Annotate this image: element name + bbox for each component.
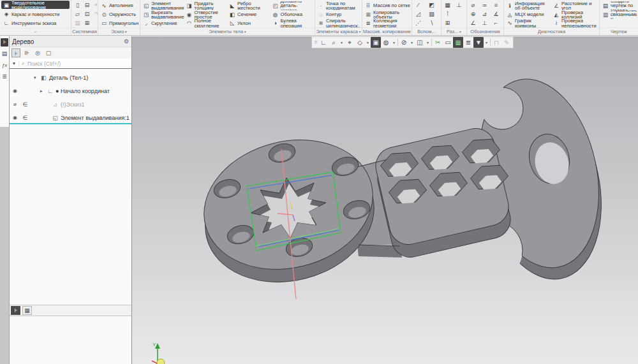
area-select-button[interactable]: ▢ (44, 48, 53, 57)
ribbon-button-curvature-graph[interactable]: ∿График кривизны (506, 19, 551, 28)
ribbon-button-print[interactable]: ⊟ (83, 1, 91, 10)
ribbon-button-save-as[interactable]: ⊞ (83, 19, 91, 27)
eye-icon[interactable]: ◉ (10, 115, 20, 120)
ribbon-button-aux-1[interactable]: ∕ (414, 1, 422, 10)
selection-filter-icon[interactable]: ▦ (453, 37, 463, 48)
tree-structure-button[interactable]: ⊦ (11, 48, 20, 57)
ribbon-button-simple-hole[interactable]: ◉Отверстие простое (186, 10, 228, 19)
filter-icon[interactable]: ▼ (473, 37, 484, 48)
tree-tab[interactable]: ⊦ (11, 306, 20, 315)
ribbon-button-object-info[interactable]: ℹИнформация об объекте (506, 1, 551, 10)
eye-off-icon[interactable]: ⌀ (10, 101, 20, 107)
functions-icon[interactable]: ƒx (1, 61, 8, 69)
ribbon-button-note-1[interactable]: ⌀ (469, 1, 477, 10)
ribbon-button-note-3[interactable]: ∠ (469, 19, 477, 27)
ribbon-button-circle[interactable]: ⊙Окружность (100, 10, 138, 19)
ribbon-button-collision-check[interactable]: ◭Проверка коллизий (553, 10, 598, 19)
tree-panel-icon[interactable]: ⊦ (1, 38, 8, 47)
orientation-icon[interactable]: ⌖ (345, 37, 355, 48)
group-label[interactable]: Раз... (441, 27, 466, 35)
ribbon-button-section[interactable]: ◧Сечение (228, 10, 271, 19)
ribbon-button-point-by-coords[interactable]: ∙Точка по координатам (317, 1, 360, 10)
ribbon-button-aux-3[interactable]: ⋰ (414, 19, 422, 27)
ribbon-button-aux-4[interactable]: ◩ (427, 1, 436, 10)
ribbon-button-boolean[interactable]: ◑Булева операция (272, 19, 314, 28)
filter-icon[interactable]: ▼ (10, 61, 19, 66)
orientation-sphere-icon[interactable]: ◍ (381, 37, 391, 48)
ribbon-button-note-6[interactable]: ⊥ (480, 19, 489, 27)
group-label[interactable]: Эскиз (98, 27, 140, 35)
gear-icon[interactable]: ⚙ (124, 38, 129, 45)
tree-row-sketch1[interactable]: ⌀∈⊿(!)Эскиз1 (10, 98, 131, 111)
ribbon-button-geometry-collection[interactable]: ≣Коллекция геометрии (364, 19, 410, 28)
ribbon-button-note-9[interactable]: ⌐ (492, 19, 500, 27)
ribbon-button-dim-2[interactable]: ⊺ (443, 10, 452, 18)
ribbon-button-full-fillet[interactable]: ◠Полное скругление (186, 19, 228, 28)
ribbon-button-create-drawing[interactable]: ▤Создать чертеж по модели (602, 1, 637, 10)
zoom-menu-dropdown[interactable]: ▾ (339, 37, 345, 48)
ribbon-button-draft[interactable]: ◺Уклон (228, 19, 271, 28)
ribbon-button-aux-5[interactable]: ▨ (427, 10, 436, 18)
parameters-tab[interactable]: ▦ (22, 306, 32, 315)
ribbon-button-undo[interactable]: ↶ (93, 1, 98, 10)
ribbon-button-note-8[interactable]: ∡ (492, 10, 500, 18)
display-axes-menu-dropdown[interactable]: ▾ (365, 37, 371, 48)
layers-icon[interactable]: ≣ (463, 37, 473, 48)
view-image-icon[interactable]: ◫ (415, 37, 425, 48)
zoom-icon[interactable]: ⌕ (329, 37, 339, 48)
ribbon-button-note-5[interactable]: ⊿ (480, 10, 489, 18)
ribbon-button-rectangle[interactable]: ▭Прямоугольник (100, 19, 138, 28)
ribbon-button-copy-objects[interactable]: ⊞Копировать объекты (364, 10, 410, 19)
ribbon-button-note-2[interactable]: ⊕ (469, 10, 477, 18)
in-context-icon[interactable]: ∈ (20, 115, 30, 121)
group-label[interactable]: Элементы тела (140, 27, 315, 35)
ribbon-button-aux-6[interactable]: ∖ (427, 19, 436, 27)
ribbon-button-cut-extrude[interactable]: ◳Вырезать выдавливанием (142, 10, 184, 19)
sketch-plane-icon[interactable]: ∟ (318, 37, 329, 48)
section-view-icon[interactable]: ✂ (433, 37, 443, 48)
ribbon-button-thicken[interactable]: ◨Придать толщину (186, 1, 228, 10)
frame-select-icon[interactable]: ▭ (443, 37, 453, 48)
ribbon-button-dim-1[interactable]: ▦ (443, 1, 452, 10)
mode-button-solid-modeling[interactable]: ▣Твердотельное моделирование (1, 1, 70, 9)
3d-part-canvas[interactable]: Y (132, 36, 638, 364)
tree-row-origin[interactable]: ◉▸∟● Начало координат (10, 84, 131, 98)
search-input[interactable]: Поиск (Ctrl+/) (27, 61, 61, 67)
measure-icon[interactable]: ⊓ (491, 37, 501, 48)
ribbon-button-manage-linked[interactable]: ▥Управление связанными ч... (602, 10, 637, 19)
in-context-icon[interactable]: ∈ (20, 101, 30, 108)
display-axes-icon[interactable]: ◇ (355, 37, 365, 48)
ribbon-button-redo[interactable]: ↷ (93, 10, 98, 18)
eye-icon[interactable]: ◉ (10, 88, 20, 94)
mode-button-sketch-tools[interactable]: ∟Инструменты эскиза (1, 19, 70, 27)
tree-row-part[interactable]: ▾◧Деталь (Тел-1) (10, 71, 131, 84)
expander-arrow[interactable]: ▸ (40, 89, 46, 94)
hidden-edges-menu-dropdown[interactable]: ▾ (409, 37, 415, 48)
ribbon-button-fillet[interactable]: ◞Скругление (142, 19, 184, 28)
shaded-view-icon[interactable]: ▣ (371, 37, 381, 48)
modes-collapse-chevron[interactable] (1, 28, 70, 35)
ribbon-button-dim-4[interactable]: ⊥ (455, 1, 463, 10)
ribbon-button-insert-part[interactable]: ◰Добавить деталь-заготов... (272, 1, 314, 10)
ribbon-button-continuity-check[interactable]: ≀Проверка непрерывности (553, 19, 598, 28)
expander-arrow[interactable]: ▾ (34, 75, 40, 80)
ribbon-button-shell[interactable]: ◍Оболочка (272, 10, 314, 19)
ribbon-button-mass-properties[interactable]: ◬МЦХ модели (506, 10, 551, 19)
ribbon-button-distance-angle[interactable]: ∠Расстояние и угол (553, 1, 598, 10)
ribbon-button-cylindrical-helix[interactable]: ≋Спираль цилиндрическ... (317, 19, 360, 28)
tree-composition-button[interactable]: ⊪ (22, 48, 31, 57)
ribbon-button-aux-2[interactable]: ◿ (414, 10, 422, 18)
ribbon-button-extrude[interactable]: ◱Элемент выдавливания (142, 1, 184, 10)
view-image-menu-dropdown[interactable]: ▾ (425, 37, 431, 48)
filter-menu-dropdown[interactable]: ▾ (484, 37, 489, 48)
panels-icon[interactable]: ▤ (1, 50, 8, 58)
ribbon-button-contour[interactable]: ◌Контур (317, 10, 360, 19)
menu-icon[interactable]: ≡ (1, 73, 8, 81)
origin-triad[interactable]: Y (152, 342, 165, 364)
ribbon-button-open-document[interactable]: ▱ (73, 10, 82, 18)
hidden-edges-icon[interactable]: ⊘ (399, 37, 409, 48)
display-options-button[interactable]: ◎ (33, 48, 42, 57)
ribbon-button-grid-pattern[interactable]: ⠿Массив по сетке (364, 1, 410, 10)
ribbon-button-dim-3[interactable]: ⊞ (443, 19, 452, 27)
edit-pencil-icon[interactable]: ✎ (501, 37, 512, 48)
